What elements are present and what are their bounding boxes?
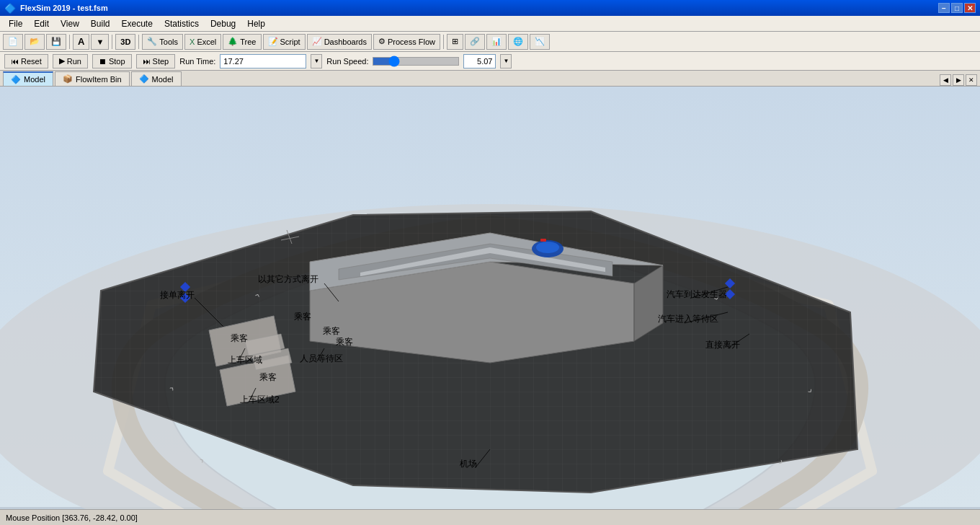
3d-button[interactable]: 3D xyxy=(115,34,135,50)
excel-label: Excel xyxy=(197,38,216,46)
new-button[interactable]: 📄 xyxy=(3,34,23,50)
close-button[interactable]: ✕ xyxy=(964,3,976,13)
svg-text:上车区域2: 上车区域2 xyxy=(240,394,280,405)
connect-icon: 🔗 xyxy=(470,37,480,46)
globe-icon: 🌐 xyxy=(513,37,523,46)
speed-slider[interactable] xyxy=(373,57,459,66)
svg-rect-27 xyxy=(540,239,546,242)
tab-bar: 🔷 Model 📦 FlowItem Bin 🔷 Model ◀ ▶ ✕ xyxy=(0,71,980,87)
window-title: FlexSim 2019 - test.fsm xyxy=(20,4,108,12)
stats2-icon: 📊 xyxy=(491,37,502,46)
menu-debug[interactable]: Debug xyxy=(205,17,241,30)
script-label: Script xyxy=(280,38,300,46)
svg-text:乘客: 乘客 xyxy=(231,333,248,343)
tab-model2[interactable]: 🔷 Model xyxy=(131,71,182,86)
title-bar-left: 🔷 FlexSim 2019 - test.fsm xyxy=(4,3,108,14)
menu-edit[interactable]: Edit xyxy=(28,17,55,30)
speed-value-input[interactable] xyxy=(463,54,496,69)
svg-text:接单离开: 接单离开 xyxy=(160,290,195,300)
sep2 xyxy=(112,35,112,49)
tab-model2-icon: 🔷 xyxy=(139,74,149,84)
process-flow-icon: ⚙ xyxy=(378,37,386,46)
viewport[interactable]: › › › › › › › › › › › › › xyxy=(0,87,980,509)
svg-text:汽车进入等待区: 汽车进入等待区 xyxy=(658,314,718,324)
menu-view[interactable]: View xyxy=(55,17,85,30)
menu-help[interactable]: Help xyxy=(241,17,271,30)
script-icon: 📝 xyxy=(268,37,278,46)
grid-button[interactable]: ⊞ xyxy=(447,34,463,50)
save-icon: 💾 xyxy=(51,37,61,46)
svg-text:机场: 机场 xyxy=(460,459,477,469)
script-button[interactable]: 📝 Script xyxy=(263,34,306,50)
svg-text:乘客: 乘客 xyxy=(336,337,353,347)
reset-label: Reset xyxy=(21,57,42,66)
new-icon: 📄 xyxy=(8,37,18,46)
tab-flowitem-icon: 📦 xyxy=(63,74,73,84)
tree-label: Tree xyxy=(240,38,256,46)
scene-svg: › › › › › › › › › › › › › xyxy=(0,87,980,509)
svg-text:汽车到达发生器: 汽车到达发生器 xyxy=(667,289,727,299)
menu-execute[interactable]: Execute xyxy=(116,17,159,30)
tab-model-icon: 🔷 xyxy=(11,75,21,84)
run-button[interactable]: ▶ Run xyxy=(53,54,88,69)
excel-button[interactable]: X Excel xyxy=(184,34,221,50)
svg-text:乘客: 乘客 xyxy=(323,326,340,336)
stop-button[interactable]: ⏹ Stop xyxy=(92,54,132,69)
step-icon: ⏭ xyxy=(143,57,151,66)
status-bar: Mouse Position [363.76, -28.42, 0.00] xyxy=(0,509,980,525)
step-button[interactable]: ⏭ Step xyxy=(136,54,176,69)
minimize-button[interactable]: − xyxy=(938,3,950,13)
globe-button[interactable]: 🌐 xyxy=(508,34,528,50)
speed-label: Run Speed: xyxy=(326,57,368,66)
stats2-button[interactable]: 📊 xyxy=(486,34,507,50)
svg-text:乘客: 乘客 xyxy=(294,312,311,322)
tab-flowitem-bin[interactable]: 📦 FlowItem Bin xyxy=(55,71,130,86)
scene: › › › › › › › › › › › › › xyxy=(0,87,980,509)
tab-model[interactable]: 🔷 Model xyxy=(3,71,53,86)
step-label: Step xyxy=(153,57,169,66)
speed-dropdown[interactable]: ▼ xyxy=(500,54,512,69)
chart-icon: 📉 xyxy=(535,37,545,46)
run-icon: ▶ xyxy=(59,56,65,66)
menu-file[interactable]: File xyxy=(3,17,28,30)
tools-button[interactable]: 🔧 Tools xyxy=(142,34,183,50)
process-flow-label: Process Flow xyxy=(388,38,435,46)
font-button[interactable]: A xyxy=(73,34,89,50)
sep1 xyxy=(69,35,70,49)
open-button[interactable]: 📂 xyxy=(24,34,45,50)
svg-text:直接离开: 直接离开 xyxy=(705,340,740,350)
menu-build[interactable]: Build xyxy=(85,17,116,30)
run-time-dropdown[interactable]: ▼ xyxy=(311,54,322,69)
font-dropdown[interactable]: ▼ xyxy=(91,34,109,50)
save-button[interactable]: 💾 xyxy=(46,34,66,50)
svg-text:上车区域: 上车区域 xyxy=(228,355,262,365)
svg-point-26 xyxy=(536,242,559,253)
open-icon: 📂 xyxy=(30,37,40,46)
mouse-position: Mouse Position [363.76, -28.42, 0.00] xyxy=(6,513,138,522)
3d-icon: 3D xyxy=(120,38,130,46)
process-flow-button[interactable]: ⚙ Process Flow xyxy=(373,34,440,50)
toolbar: 📄 📂 💾 A ▼ 3D 🔧 Tools X Excel 🌲 Tree 📝 Sc… xyxy=(0,32,980,52)
chart-button[interactable]: 📉 xyxy=(530,34,550,50)
reset-button[interactable]: ⏮ Reset xyxy=(4,54,48,69)
maximize-button[interactable]: □ xyxy=(951,3,963,13)
dashboards-button[interactable]: 📈 Dashboards xyxy=(307,34,372,50)
dashboards-label: Dashboards xyxy=(324,38,367,46)
tools-icon: 🔧 xyxy=(147,37,157,46)
tree-icon: 🌲 xyxy=(228,37,238,46)
run-time-input[interactable] xyxy=(220,54,306,69)
tab-model-label: Model xyxy=(24,75,45,84)
tab-bar-right: ◀ ▶ ✕ xyxy=(940,74,980,86)
menu-statistics[interactable]: Statistics xyxy=(159,17,205,30)
tab-close[interactable]: ✕ xyxy=(966,74,977,86)
stop-icon: ⏹ xyxy=(99,57,107,66)
title-bar: 🔷 FlexSim 2019 - test.fsm − □ ✕ xyxy=(0,0,980,16)
tab-nav-right[interactable]: ▶ xyxy=(953,74,964,86)
tab-nav-left[interactable]: ◀ xyxy=(940,74,951,86)
tree-button[interactable]: 🌲 Tree xyxy=(223,34,261,50)
sep3 xyxy=(138,35,139,49)
title-bar-controls: − □ ✕ xyxy=(938,3,976,13)
connect-button[interactable]: 🔗 xyxy=(465,34,485,50)
svg-text:乘客: 乘客 xyxy=(259,372,277,382)
tab-flowitem-label: FlowItem Bin xyxy=(76,75,122,84)
